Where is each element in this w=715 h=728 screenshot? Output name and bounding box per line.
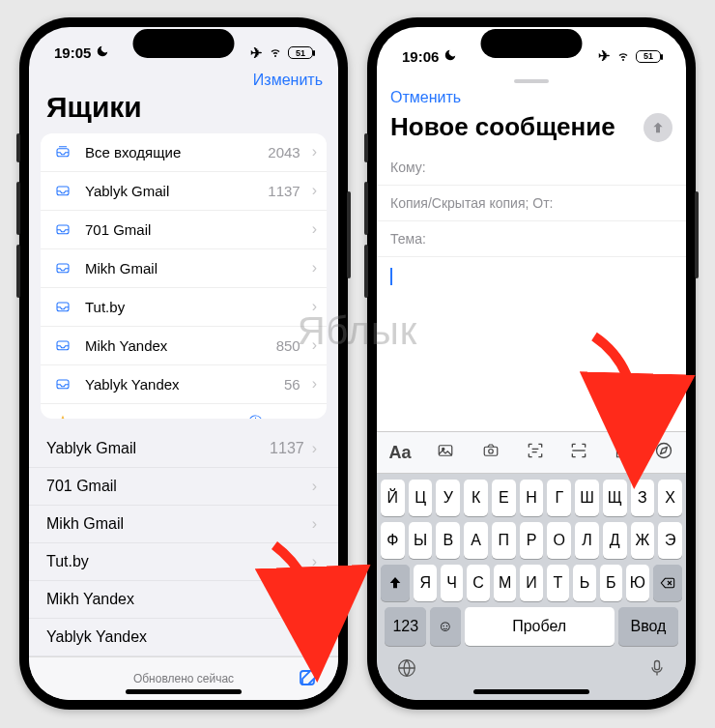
mailbox-row[interactable]: Mikh Yandex850›	[41, 327, 327, 365]
mailbox-count: 167	[276, 415, 300, 420]
format-aa-icon[interactable]: Aa	[388, 443, 411, 463]
mailbox-row[interactable]: Mikh Gmail›	[41, 249, 327, 288]
compose-title: Новое сообщение	[390, 112, 634, 142]
key-Л[interactable]: Л	[575, 522, 599, 559]
emoji-key[interactable]: ☺	[430, 607, 460, 646]
mailbox-row[interactable]: Все входящие2043›	[41, 133, 327, 172]
key-У[interactable]: У	[436, 480, 460, 516]
key-Ц[interactable]: Ц	[409, 480, 433, 516]
dictation-key[interactable]	[647, 657, 667, 683]
key-Э[interactable]: Э	[658, 522, 682, 559]
key-Ы[interactable]: Ы	[409, 522, 433, 559]
key-Я[interactable]: Я	[414, 565, 436, 601]
to-field[interactable]: Кому:	[377, 150, 686, 186]
space-key[interactable]: Пробел	[465, 607, 615, 646]
airplane-icon: ✈	[598, 47, 611, 65]
dynamic-island	[133, 29, 235, 58]
compose-button[interactable]	[298, 666, 321, 692]
key-Щ[interactable]: Щ	[603, 480, 627, 516]
mailbox-label: Yablyk Gmail	[85, 183, 256, 199]
shift-key[interactable]	[381, 565, 410, 601]
mailbox-row[interactable]: 701 Gmail›	[41, 211, 327, 249]
key-М[interactable]: М	[494, 565, 516, 601]
key-Й[interactable]: Й	[381, 480, 405, 516]
account-label: Mikh Gmail	[46, 515, 304, 533]
wifi-icon	[615, 48, 631, 65]
key-Д[interactable]: Д	[603, 522, 627, 559]
keyboard: Aa	[377, 431, 686, 700]
key-Г[interactable]: Г	[547, 480, 571, 516]
mailbox-row[interactable]: Yablyk Gmail1137›	[41, 172, 327, 211]
key-Ю[interactable]: Ю	[626, 565, 648, 601]
key-Т[interactable]: Т	[547, 565, 569, 601]
key-Ж[interactable]: Ж	[631, 522, 655, 559]
tray-icon	[52, 181, 73, 200]
key-А[interactable]: А	[464, 522, 488, 559]
key-Б[interactable]: Б	[600, 565, 622, 601]
mailbox-row[interactable]: Tut.by›	[41, 288, 327, 327]
backspace-key[interactable]	[653, 565, 682, 601]
chevron-right-icon: ›	[312, 298, 317, 315]
message-body[interactable]	[377, 257, 686, 335]
mailbox-count: 850	[276, 337, 300, 354]
scan-text-icon[interactable]	[526, 441, 545, 465]
svg-point-11	[489, 449, 494, 453]
key-П[interactable]: П	[492, 522, 516, 559]
key-Ф[interactable]: Ф	[381, 522, 405, 559]
account-label: Tut.by	[46, 553, 304, 570]
account-row[interactable]: Mikh Gmail›	[29, 506, 338, 543]
tray-icon	[52, 335, 73, 355]
key-Н[interactable]: Н	[520, 480, 544, 516]
account-row[interactable]: Yablyk Yandex›	[29, 619, 338, 656]
cc-field[interactable]: Копия/Скрытая копия; От:	[377, 186, 686, 221]
mailbox-count: 2043	[268, 144, 300, 160]
key-В[interactable]: В	[436, 522, 460, 559]
battery-icon: 51	[288, 46, 313, 59]
numbers-key[interactable]: 123	[385, 607, 426, 646]
account-row[interactable]: Tut.by›	[29, 543, 338, 581]
send-button[interactable]	[644, 113, 672, 142]
return-key[interactable]: Ввод	[618, 607, 678, 646]
globe-key[interactable]	[396, 657, 417, 683]
mailbox-label: Mikh Yandex	[85, 337, 265, 354]
markup-icon[interactable]	[654, 441, 673, 465]
info-icon[interactable]: ⓘ	[248, 414, 263, 420]
account-row[interactable]: 701 Gmail›	[29, 468, 338, 506]
photo-library-icon[interactable]	[435, 442, 456, 464]
key-Е[interactable]: Е	[492, 480, 516, 516]
keyboard-toolbar: Aa	[377, 431, 686, 474]
scan-doc-icon[interactable]	[569, 441, 588, 465]
status-text: Обновлено сейчас	[133, 672, 234, 685]
key-Ш[interactable]: Ш	[575, 480, 599, 516]
key-И[interactable]: И	[520, 565, 542, 601]
cancel-button[interactable]: Отменить	[390, 89, 461, 106]
mailbox-row[interactable]: Yablyk Yandex56›	[41, 365, 327, 404]
chevron-right-icon: ›	[312, 440, 317, 457]
mailbox-label: VIP	[85, 415, 237, 420]
mailbox-row[interactable]: VIPⓘ167›	[41, 404, 327, 420]
key-Р[interactable]: Р	[520, 522, 544, 559]
key-С[interactable]: С	[467, 565, 489, 601]
key-Ь[interactable]: Ь	[573, 565, 595, 601]
account-label: Yablyk Gmail	[46, 440, 270, 457]
subject-field[interactable]: Тема:	[377, 221, 686, 257]
camera-icon[interactable]	[480, 442, 501, 464]
battery-icon: 51	[636, 50, 661, 63]
account-row[interactable]: Mikh Yandex850›	[29, 581, 338, 619]
key-К[interactable]: К	[464, 480, 488, 516]
chevron-right-icon: ›	[312, 515, 317, 533]
key-З[interactable]: З	[631, 480, 655, 516]
edit-button[interactable]: Изменить	[253, 72, 323, 89]
file-icon[interactable]	[613, 441, 630, 465]
home-indicator[interactable]	[473, 689, 589, 694]
sheet-grabber[interactable]	[514, 79, 549, 83]
chevron-right-icon: ›	[312, 220, 317, 238]
svg-rect-14	[655, 661, 660, 670]
home-indicator[interactable]	[126, 689, 242, 694]
tray-icon	[52, 374, 73, 393]
account-row[interactable]: Yablyk Gmail1137›	[29, 430, 338, 468]
key-Ч[interactable]: Ч	[441, 565, 463, 601]
key-О[interactable]: О	[547, 522, 571, 559]
key-Х[interactable]: Х	[658, 480, 682, 516]
dnd-moon-icon	[443, 48, 457, 65]
